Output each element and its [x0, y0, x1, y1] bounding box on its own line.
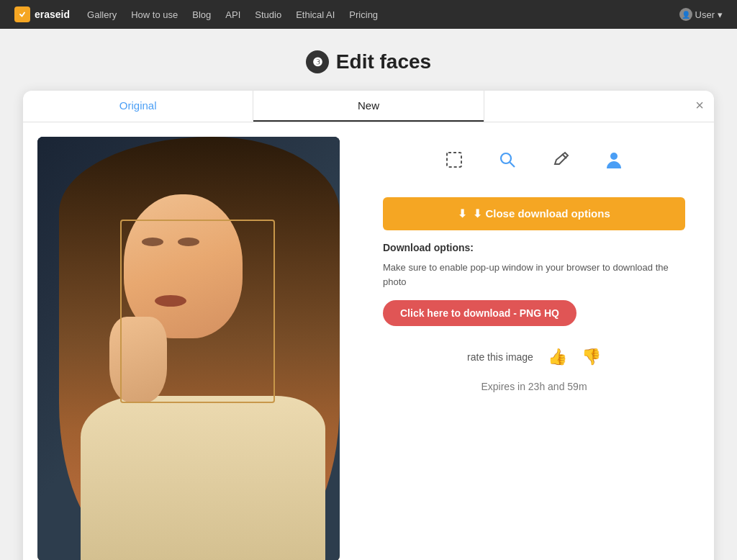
- svg-point-2: [501, 153, 511, 163]
- image-container: [37, 137, 340, 560]
- svg-line-3: [510, 163, 515, 168]
- thumbs-up-button[interactable]: 👍: [548, 348, 567, 366]
- svg-line-4: [562, 154, 566, 158]
- download-options-label: Download options:: [383, 242, 685, 253]
- user-dropdown-icon: ▾: [718, 9, 723, 20]
- nav-pricing[interactable]: Pricing: [349, 9, 378, 20]
- body-shape: [81, 396, 325, 560]
- rating-row: rate this image 👍 👎: [383, 348, 685, 366]
- select-tool-button[interactable]: [438, 144, 470, 176]
- nav-api[interactable]: API: [225, 9, 240, 20]
- user-menu[interactable]: 👤 User ▾: [679, 8, 723, 21]
- nav-how-to-use[interactable]: How to use: [131, 9, 178, 20]
- tab-bar: Original New: [23, 91, 714, 122]
- close-card-button[interactable]: ×: [695, 98, 704, 112]
- tab-original[interactable]: Original: [23, 91, 253, 122]
- svg-point-5: [610, 153, 618, 160]
- nav-gallery[interactable]: Gallery: [87, 9, 117, 20]
- rating-label: rate this image: [467, 351, 533, 363]
- tab-spacer: [484, 91, 714, 122]
- select-icon: [444, 150, 464, 170]
- nav-blog[interactable]: Blog: [192, 9, 211, 20]
- tab-new[interactable]: New: [253, 91, 483, 122]
- download-popup-note: Make sure to enable pop-up window in you…: [383, 261, 685, 289]
- logo[interactable]: eraseid: [14, 6, 70, 22]
- close-download-options-label: ⬇ Close download options: [473, 207, 610, 220]
- svg-rect-0: [17, 9, 27, 19]
- page-title-text: Edit faces: [336, 50, 431, 73]
- main-card: × Original New: [23, 91, 714, 560]
- image-panel: [23, 122, 354, 560]
- nav-ethical-ai[interactable]: Ethical AI: [296, 9, 335, 20]
- download-icon: ⬇: [458, 207, 467, 220]
- svg-rect-1: [447, 153, 461, 167]
- zoom-tool-button[interactable]: [492, 144, 523, 176]
- step-indicator: ❸: [306, 50, 329, 73]
- card-body: ⬇ ⬇ Close download options Download opti…: [23, 122, 714, 560]
- edit-icon: [551, 150, 571, 170]
- logo-icon: [14, 6, 30, 22]
- edit-tool-button[interactable]: [545, 144, 577, 176]
- face-selection-box: [120, 220, 275, 403]
- tool-icons-row: [383, 144, 685, 176]
- navbar: eraseid Gallery How to use Blog API Stud…: [0, 0, 737, 29]
- user-label: User: [695, 9, 715, 20]
- controls-panel: ⬇ ⬇ Close download options Download opti…: [354, 122, 714, 560]
- person-icon: [604, 150, 624, 170]
- close-download-options-button[interactable]: ⬇ ⬇ Close download options: [383, 197, 685, 230]
- person-tool-button[interactable]: [598, 144, 630, 176]
- expiry-text: Expires in 23h and 59m: [383, 381, 685, 392]
- png-hq-download-button[interactable]: Click here to download - PNG HQ: [383, 300, 577, 326]
- user-avatar-icon: 👤: [679, 8, 692, 21]
- page-content: ❸ Edit faces × Original New: [0, 29, 737, 560]
- page-title: ❸ Edit faces: [306, 50, 431, 73]
- thumbs-down-button[interactable]: 👎: [582, 348, 601, 366]
- download-options-section: Download options: Make sure to enable po…: [383, 242, 685, 348]
- zoom-icon: [497, 150, 517, 170]
- nav-links: Gallery How to use Blog API Studio Ethic…: [87, 8, 378, 21]
- logo-text: eraseid: [35, 9, 70, 20]
- nav-studio[interactable]: Studio: [255, 9, 281, 20]
